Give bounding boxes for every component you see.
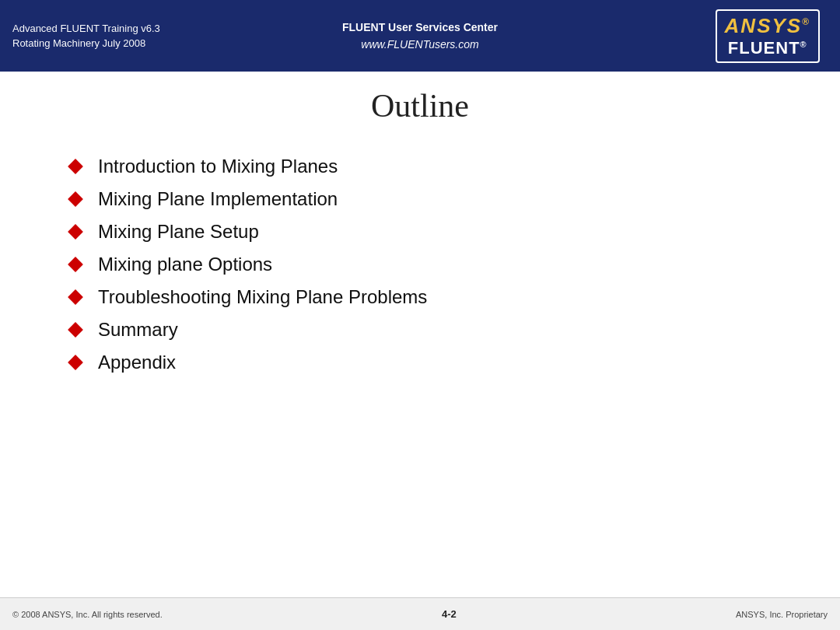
fluent-logo-text: FLUENT®	[728, 38, 807, 58]
outline-item-1: Introduction to Mixing Planes	[98, 156, 338, 177]
bullet-icon	[68, 289, 83, 305]
footer: © 2008 ANSYS, Inc. All rights reserved. …	[0, 597, 840, 630]
header-right: ANSYS® FLUENT®	[708, 0, 828, 72]
outline-item-3: Mixing Plane Setup	[98, 221, 259, 243]
header-left: Advanced FLUENT Training v6.3 Rotating M…	[12, 21, 160, 51]
header: Advanced FLUENT Training v6.3 Rotating M…	[0, 0, 840, 72]
footer-left: © 2008 ANSYS, Inc. All rights reserved.	[12, 610, 163, 619]
ansys-logo-text: ANSYS®	[725, 14, 810, 38]
list-item: Appendix	[70, 352, 793, 373]
bullet-icon	[68, 355, 83, 370]
bullet-icon	[68, 322, 83, 338]
bullet-icon	[68, 257, 83, 272]
bullet-icon	[68, 224, 83, 240]
ansys-logo-box: ANSYS® FLUENT®	[716, 9, 820, 63]
main-content: Outline Introduction to Mixing Planes Mi…	[0, 72, 840, 597]
outline-item-7: Appendix	[98, 352, 176, 373]
outline-list: Introduction to Mixing Planes Mixing Pla…	[70, 156, 793, 384]
bullet-icon	[68, 159, 83, 174]
outline-item-4: Mixing plane Options	[98, 254, 272, 275]
training-title: Advanced FLUENT Training v6.3	[12, 21, 160, 37]
header-center-url: www.FLUENTusers.com	[342, 36, 498, 53]
bullet-icon	[68, 191, 83, 207]
list-item: Mixing plane Options	[70, 254, 793, 275]
slide-title: Outline	[47, 87, 793, 124]
footer-right: ANSYS, Inc. Proprietary	[736, 610, 828, 619]
outline-item-6: Summary	[98, 319, 178, 341]
header-center: FLUENT User Services Center www.FLUENTus…	[342, 19, 498, 54]
list-item: Mixing Plane Setup	[70, 221, 793, 243]
header-center-title: FLUENT User Services Center	[342, 19, 498, 36]
list-item: Summary	[70, 319, 793, 341]
footer-center: 4-2	[442, 608, 457, 620]
list-item: Introduction to Mixing Planes	[70, 156, 793, 177]
list-item: Troubleshooting Mixing Plane Problems	[70, 286, 793, 308]
training-subtitle: Rotating Machinery July 2008	[12, 36, 160, 51]
outline-item-2: Mixing Plane Implementation	[98, 188, 338, 210]
outline-item-5: Troubleshooting Mixing Plane Problems	[98, 286, 427, 308]
list-item: Mixing Plane Implementation	[70, 188, 793, 210]
